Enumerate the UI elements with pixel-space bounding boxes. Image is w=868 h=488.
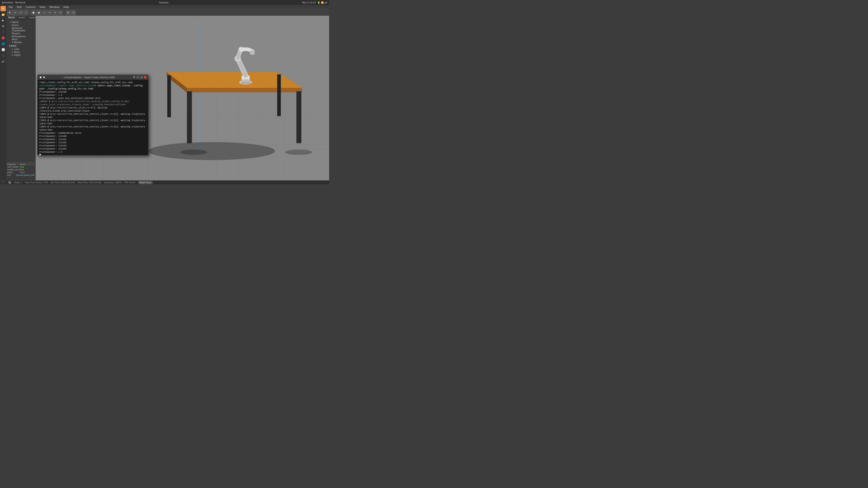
tree-item-models[interactable]: ▼ Models [7,41,35,44]
paint-icon: 🖌 [2,60,4,63]
tool-cylinder[interactable]: ⬭ [42,10,47,15]
terminal-line-5: [DEBUG @ arci-ros/src/ros_control/ros_co… [39,100,147,106]
tree-item-scene[interactable]: Scene [7,24,35,27]
terminal-line-0: robot_client_config_for_urdf_viz.toml te… [39,81,147,84]
simtime-label: Sim Time: [51,182,61,184]
tool-paste[interactable]: ⊡ [71,10,76,15]
world-label: World [12,21,19,24]
tree-item-spherical[interactable]: Spherical Coordinates [7,27,35,32]
terminal-close-btn[interactable]: ✕ [144,76,147,78]
iter-val: 16875 [115,182,122,184]
fps-label: FPS: [124,182,129,184]
system-bar-right: Nov 4 12:47 🔋📶🔊 [302,1,327,4]
terminal-window[interactable]: 📋 🔲 uchiyama@ada: ~/openrr-apps-ufactory… [37,74,149,156]
arrow-icon-models: ▼ [12,41,13,43]
tab-layers[interactable]: Layers [27,16,36,20]
app-icon-browser[interactable]: 🌐 [0,41,6,46]
simtime-val: 00:00:23.915 [61,182,75,184]
tool-spotlight[interactable]: ☀ [53,10,58,15]
terminal-line-14: PrintSpeaker: lite63 [39,144,147,148]
fps-val: 60.44 [129,182,135,184]
app-icon-gear[interactable]: ⚙ [0,24,6,29]
terminal-line-6: [INFO @ arci-ros/src/rosrust_utils.rs:57… [39,106,147,113]
prop-row-3: link ground_plane_link [7,174,35,176]
svg-point-46 [180,150,207,155]
tree-item-situa[interactable]: ▶ Situa [7,51,35,54]
activities-label[interactable]: Activities [2,1,13,4]
arrow-icon-lights: ▶ [12,54,13,56]
svg-rect-35 [167,75,171,117]
models-label: Models [14,41,22,43]
prop-header-value: Value [20,163,25,165]
menu-help[interactable]: Help [62,6,70,8]
panel-tabs: World Insert Layers [6,16,35,20]
app-icon-ext[interactable]: ⬡ [0,53,6,58]
atmosphere-label: Atmosphere [12,35,26,38]
app-icon-apps[interactable]: ⋮⋮ [0,178,6,184]
app-icon-paint[interactable]: 🖌 [0,59,6,64]
app-icon-terminal[interactable]: ▶ [0,18,6,23]
reset-time-button[interactable]: Reset Time [138,181,153,184]
arrow-icon-world: ▼ [10,21,11,23]
term-icon-left2: 🔲 [43,76,45,78]
app-icon-help[interactable]: ? [0,29,6,35]
terminal-app-label[interactable]: Terminal [15,1,26,4]
app-icon-files[interactable]: 📁 [0,12,6,17]
app-icon-gazebo[interactable]: G [0,6,6,11]
tab-world[interactable]: World [6,16,17,20]
arrow-icon-cube: ▶ [12,48,13,50]
tool-pointlight[interactable]: ✦ [47,10,52,15]
svg-rect-34 [296,91,301,143]
menu-window[interactable]: Window [49,6,60,8]
iter-label: Iterations: [104,182,115,184]
links-header: LINKS [7,44,35,48]
files-icon: 📁 [1,13,5,16]
tree-item-world[interactable]: ▼ World [7,21,35,24]
tool-dirlight[interactable]: ➤ [58,10,63,15]
tool-scale[interactable]: ⤢ [24,10,29,15]
tree-item-physics[interactable]: Physics [7,32,35,35]
prop-row-2: static False [7,171,35,174]
prop-header-property: Property [7,163,20,165]
tool-select[interactable]: ✚ [7,10,12,15]
browser-icon: 🌐 [2,42,5,45]
situa-label: Situa [14,51,20,53]
rtf-label: Real Time Factor: [25,182,43,184]
prop-row-0: self_collide True [7,166,35,168]
tree-item-lights[interactable]: ▶ Lights [7,54,35,57]
tool-sphere[interactable]: ● [36,10,41,15]
properties-panel: Property Value self_collide True enable_… [6,162,35,180]
tree-item-cube[interactable]: ▶ cube [7,48,35,51]
spherical-label: Spherical Coordinates [12,27,35,32]
tab-insert[interactable]: Insert [17,16,27,20]
tool-copy[interactable]: ⊞ [66,10,70,15]
status-bar: ⏸ Steps: 1 Real Time Factor: 1.00 Sim Ti… [6,180,329,184]
menu-camera[interactable]: Camera [25,6,36,8]
prop-key-1: enable_wind [7,168,19,171]
terminal-line-7: [INFO @ arci-ros/src/ros_control/ros_con… [39,113,147,119]
terminal-maximize-btn[interactable]: □ [140,76,143,78]
terminal-minimize-btn[interactable]: – [136,76,139,78]
menu-file[interactable]: File [8,6,13,8]
app-icon-vscode[interactable]: ⬜ [0,47,6,53]
terminal-cursor-line [39,154,147,155]
tool-box[interactable]: ■ [31,10,36,15]
cube-label: cube [14,48,19,51]
terminal-icon: ▶ [2,19,4,22]
tree-item-wind[interactable]: Wind [7,38,35,41]
prop-val-0: True [19,166,35,168]
prop-val-2: False [19,171,35,174]
status-steps: Steps: 1 [14,182,22,184]
pause-button[interactable]: ⏸ [8,181,11,184]
svg-marker-24 [187,88,302,92]
tree-item-atmosphere[interactable]: Atmosphere [7,35,35,38]
tool-translate[interactable]: ↔ [13,10,18,15]
term-search-icon[interactable]: 🔍 [133,76,135,78]
terminal-line-11: PrintSpeaker: lite60 [39,135,147,138]
help-icon: ? [2,31,4,34]
menu-edit[interactable]: Edit [16,6,22,8]
tool-rotate[interactable]: ↺ [18,10,23,15]
app-icon-circle[interactable] [0,35,6,41]
menu-view[interactable]: View [39,6,46,8]
svg-rect-36 [277,74,281,116]
